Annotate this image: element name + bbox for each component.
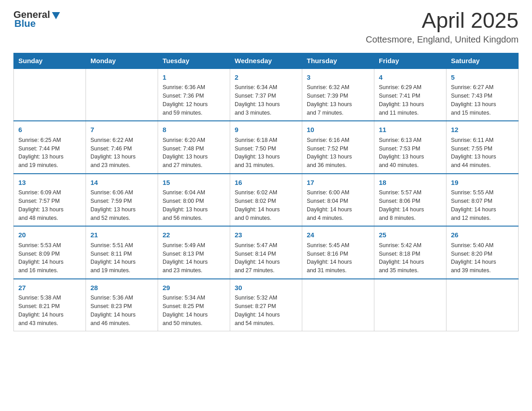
page-header: General Blue April 2025 Cottesmore, Engl… — [13, 9, 519, 45]
day-number: 8 — [163, 125, 225, 135]
day-info: Sunrise: 6:29 AM Sunset: 7:41 PM Dayligh… — [379, 83, 442, 117]
day-number: 29 — [163, 283, 225, 293]
day-info: Sunrise: 5:55 AM Sunset: 8:07 PM Dayligh… — [451, 188, 514, 222]
day-of-week-header: Wednesday — [230, 53, 302, 68]
calendar-cell: 27Sunrise: 5:38 AM Sunset: 8:21 PM Dayli… — [14, 279, 86, 331]
calendar-cell: 9Sunrise: 6:18 AM Sunset: 7:50 PM Daylig… — [230, 121, 302, 174]
calendar-cell: 6Sunrise: 6:25 AM Sunset: 7:44 PM Daylig… — [14, 121, 86, 174]
day-info: Sunrise: 6:11 AM Sunset: 7:55 PM Dayligh… — [451, 136, 514, 170]
day-info: Sunrise: 6:27 AM Sunset: 7:43 PM Dayligh… — [451, 83, 514, 117]
day-number: 3 — [307, 73, 369, 83]
calendar-cell: 15Sunrise: 6:04 AM Sunset: 8:00 PM Dayli… — [158, 174, 230, 227]
day-info: Sunrise: 6:16 AM Sunset: 7:52 PM Dayligh… — [307, 136, 369, 170]
day-info: Sunrise: 6:04 AM Sunset: 8:00 PM Dayligh… — [163, 188, 225, 222]
day-number: 22 — [163, 230, 225, 240]
calendar-week-row: 27Sunrise: 5:38 AM Sunset: 8:21 PM Dayli… — [14, 279, 519, 331]
day-of-week-header: Tuesday — [158, 53, 230, 68]
day-of-week-header: Sunday — [14, 53, 86, 68]
day-number: 12 — [451, 125, 514, 135]
day-info: Sunrise: 6:09 AM Sunset: 7:57 PM Dayligh… — [18, 188, 81, 222]
svg-marker-0 — [52, 12, 60, 19]
day-info: Sunrise: 5:47 AM Sunset: 8:14 PM Dayligh… — [235, 241, 297, 275]
day-number: 28 — [90, 283, 153, 293]
calendar-cell: 28Sunrise: 5:36 AM Sunset: 8:23 PM Dayli… — [86, 279, 158, 331]
calendar-table: SundayMondayTuesdayWednesdayThursdayFrid… — [13, 53, 519, 332]
calendar-cell: 24Sunrise: 5:45 AM Sunset: 8:16 PM Dayli… — [302, 226, 374, 279]
day-number: 30 — [235, 283, 297, 293]
day-number: 15 — [163, 178, 225, 188]
day-info: Sunrise: 6:25 AM Sunset: 7:44 PM Dayligh… — [18, 136, 81, 170]
calendar-cell: 3Sunrise: 6:32 AM Sunset: 7:39 PM Daylig… — [302, 68, 374, 121]
day-info: Sunrise: 5:53 AM Sunset: 8:09 PM Dayligh… — [18, 241, 81, 275]
day-info: Sunrise: 6:00 AM Sunset: 8:04 PM Dayligh… — [307, 188, 369, 222]
day-of-week-header: Friday — [374, 53, 446, 68]
day-number: 2 — [235, 73, 297, 83]
day-number: 27 — [18, 283, 81, 293]
calendar-cell: 10Sunrise: 6:16 AM Sunset: 7:52 PM Dayli… — [302, 121, 374, 174]
day-number: 1 — [163, 73, 225, 83]
calendar-cell: 1Sunrise: 6:36 AM Sunset: 7:36 PM Daylig… — [158, 68, 230, 121]
calendar-cell: 16Sunrise: 6:02 AM Sunset: 8:02 PM Dayli… — [230, 174, 302, 227]
logo-triangle-icon — [51, 10, 61, 20]
day-info: Sunrise: 5:36 AM Sunset: 8:23 PM Dayligh… — [90, 294, 153, 327]
calendar-week-row: 1Sunrise: 6:36 AM Sunset: 7:36 PM Daylig… — [14, 68, 519, 121]
calendar-cell: 13Sunrise: 6:09 AM Sunset: 7:57 PM Dayli… — [14, 174, 86, 227]
day-of-week-header: Thursday — [302, 53, 374, 68]
page-subtitle: Cottesmore, England, United Kingdom — [366, 34, 519, 45]
day-info: Sunrise: 5:38 AM Sunset: 8:21 PM Dayligh… — [18, 294, 81, 327]
day-info: Sunrise: 6:36 AM Sunset: 7:36 PM Dayligh… — [163, 83, 225, 117]
calendar-cell — [446, 279, 519, 331]
calendar-header: SundayMondayTuesdayWednesdayThursdayFrid… — [14, 53, 519, 68]
calendar-body: 1Sunrise: 6:36 AM Sunset: 7:36 PM Daylig… — [14, 68, 519, 331]
day-number: 24 — [307, 230, 369, 240]
logo-blue-text: Blue — [14, 18, 36, 30]
day-info: Sunrise: 5:51 AM Sunset: 8:11 PM Dayligh… — [90, 241, 153, 275]
day-info: Sunrise: 6:34 AM Sunset: 7:37 PM Dayligh… — [235, 83, 297, 117]
calendar-cell: 12Sunrise: 6:11 AM Sunset: 7:55 PM Dayli… — [446, 121, 519, 174]
day-number: 23 — [235, 230, 297, 240]
day-number: 16 — [235, 178, 297, 188]
day-number: 25 — [379, 230, 442, 240]
day-info: Sunrise: 6:13 AM Sunset: 7:53 PM Dayligh… — [379, 136, 442, 170]
calendar-cell: 26Sunrise: 5:40 AM Sunset: 8:20 PM Dayli… — [446, 226, 519, 279]
calendar-cell: 20Sunrise: 5:53 AM Sunset: 8:09 PM Dayli… — [14, 226, 86, 279]
calendar-cell: 7Sunrise: 6:22 AM Sunset: 7:46 PM Daylig… — [86, 121, 158, 174]
day-number: 11 — [379, 125, 442, 135]
day-info: Sunrise: 5:32 AM Sunset: 8:27 PM Dayligh… — [235, 294, 297, 327]
calendar-cell: 8Sunrise: 6:20 AM Sunset: 7:48 PM Daylig… — [158, 121, 230, 174]
day-number: 7 — [90, 125, 153, 135]
calendar-cell: 4Sunrise: 6:29 AM Sunset: 7:41 PM Daylig… — [374, 68, 446, 121]
calendar-week-row: 13Sunrise: 6:09 AM Sunset: 7:57 PM Dayli… — [14, 174, 519, 227]
calendar-cell: 29Sunrise: 5:34 AM Sunset: 8:25 PM Dayli… — [158, 279, 230, 331]
day-info: Sunrise: 6:18 AM Sunset: 7:50 PM Dayligh… — [235, 136, 297, 170]
day-number: 17 — [307, 178, 369, 188]
title-block: April 2025 Cottesmore, England, United K… — [366, 9, 519, 45]
calendar-cell: 18Sunrise: 5:57 AM Sunset: 8:06 PM Dayli… — [374, 174, 446, 227]
calendar-cell: 14Sunrise: 6:06 AM Sunset: 7:59 PM Dayli… — [86, 174, 158, 227]
day-info: Sunrise: 6:20 AM Sunset: 7:48 PM Dayligh… — [163, 136, 225, 170]
day-of-week-header: Saturday — [446, 53, 519, 68]
day-info: Sunrise: 5:40 AM Sunset: 8:20 PM Dayligh… — [451, 241, 514, 275]
calendar-cell: 5Sunrise: 6:27 AM Sunset: 7:43 PM Daylig… — [446, 68, 519, 121]
day-number: 10 — [307, 125, 369, 135]
calendar-cell — [302, 279, 374, 331]
day-of-week-header: Monday — [86, 53, 158, 68]
calendar-cell: 30Sunrise: 5:32 AM Sunset: 8:27 PM Dayli… — [230, 279, 302, 331]
calendar-cell: 23Sunrise: 5:47 AM Sunset: 8:14 PM Dayli… — [230, 226, 302, 279]
day-number: 18 — [379, 178, 442, 188]
day-number: 20 — [18, 230, 81, 240]
day-info: Sunrise: 5:57 AM Sunset: 8:06 PM Dayligh… — [379, 188, 442, 222]
calendar-cell: 21Sunrise: 5:51 AM Sunset: 8:11 PM Dayli… — [86, 226, 158, 279]
calendar-cell — [374, 279, 446, 331]
calendar-cell: 2Sunrise: 6:34 AM Sunset: 7:37 PM Daylig… — [230, 68, 302, 121]
calendar-cell — [86, 68, 158, 121]
days-of-week-row: SundayMondayTuesdayWednesdayThursdayFrid… — [14, 53, 519, 68]
calendar-week-row: 6Sunrise: 6:25 AM Sunset: 7:44 PM Daylig… — [14, 121, 519, 174]
calendar-week-row: 20Sunrise: 5:53 AM Sunset: 8:09 PM Dayli… — [14, 226, 519, 279]
day-number: 19 — [451, 178, 514, 188]
calendar-cell — [14, 68, 86, 121]
day-info: Sunrise: 6:02 AM Sunset: 8:02 PM Dayligh… — [235, 188, 297, 222]
day-number: 14 — [90, 178, 153, 188]
day-number: 6 — [18, 125, 81, 135]
day-info: Sunrise: 5:49 AM Sunset: 8:13 PM Dayligh… — [163, 241, 225, 275]
